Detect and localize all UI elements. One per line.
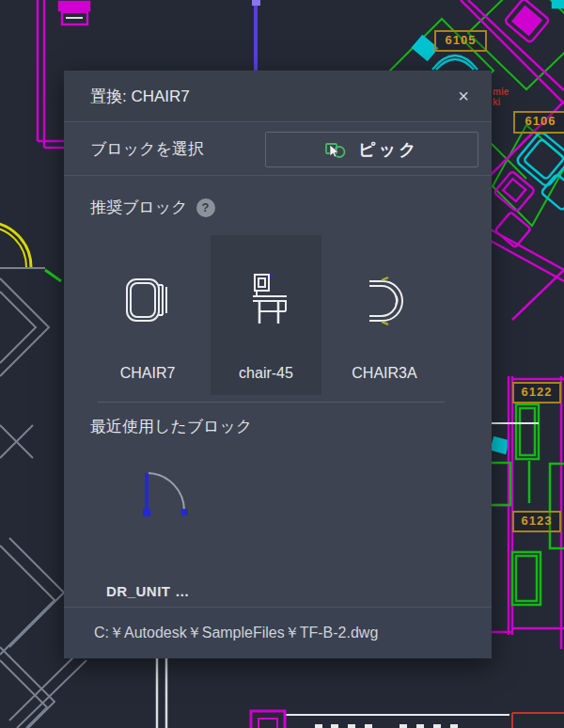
- replace-block-dialog: 置換: CHAIR7 × ブロックを選択 ピック 推奨ブロック ?: [64, 71, 492, 658]
- yellow-door-arc: [0, 222, 61, 281]
- section-divider: [98, 402, 445, 403]
- recent-blocks-label: 最近使用したブロック: [90, 416, 492, 437]
- chair3a-thumbnail-icon: [354, 235, 415, 365]
- room-label: 6105: [434, 30, 487, 52]
- chair7-thumbnail-icon: [118, 235, 178, 365]
- dialog-body: 推奨ブロック ? CHAIR7: [64, 176, 492, 607]
- pick-cursor-icon: [324, 140, 349, 160]
- app-window: 6105 6106 6122 6123 mie ki 置換: CHAIR7 × …: [0, 0, 564, 728]
- dialog-header: 置換: CHAIR7 ×: [64, 71, 492, 122]
- close-icon[interactable]: ×: [454, 83, 473, 109]
- recent-block-name: DR_UNIT …: [106, 583, 190, 599]
- block-name: CHAIR3A: [352, 365, 416, 395]
- room-label: 6122: [512, 382, 561, 404]
- block-tile-chair-45[interactable]: chair-45: [211, 235, 321, 395]
- drawing-file-path: C:￥Autodesk￥SampleFiles￥TF-B-2.dwg: [64, 624, 378, 643]
- block-name: chair-45: [239, 365, 293, 395]
- recommended-blocks-list: CHAIR7 cha: [92, 235, 465, 395]
- red-annotation: mie ki: [493, 87, 509, 107]
- room-label: 6123: [512, 511, 561, 532]
- violet-column-line: [252, 0, 260, 80]
- block-name: CHAIR7: [120, 365, 176, 395]
- clipped-text-hint: [315, 724, 458, 728]
- dialog-title: 置換: CHAIR7: [64, 86, 190, 107]
- block-tile-dr-unit[interactable]: [126, 467, 201, 526]
- help-icon[interactable]: ?: [196, 198, 215, 217]
- dr-unit-thumbnail-icon: [126, 467, 201, 526]
- block-tile-chair3a[interactable]: CHAIR3A: [329, 235, 440, 395]
- select-block-label: ブロックを選択: [64, 138, 204, 160]
- block-tile-chair7[interactable]: CHAIR7: [92, 235, 203, 395]
- dialog-footer: C:￥Autodesk￥SampleFiles￥TF-B-2.dwg: [64, 607, 492, 658]
- recommended-blocks-label: 推奨ブロック: [90, 197, 188, 218]
- room-label: 6106: [513, 111, 564, 134]
- bottom-symbols: [251, 711, 564, 728]
- green-furniture-right-low: [489, 404, 564, 605]
- pick-button[interactable]: ピック: [265, 132, 478, 167]
- pick-button-label: ピック: [358, 138, 418, 161]
- chair-45-thumbnail-icon: [236, 235, 296, 365]
- select-block-row: ブロックを選択 ピック: [64, 122, 492, 176]
